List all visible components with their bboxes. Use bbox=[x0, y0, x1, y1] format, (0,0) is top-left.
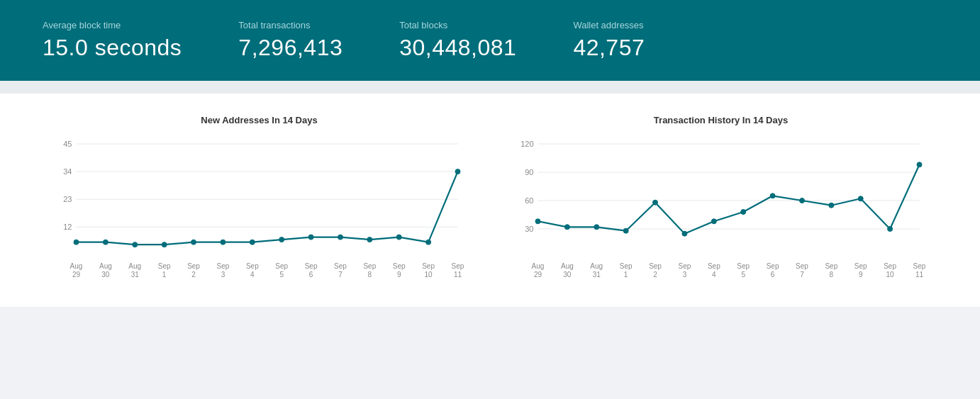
svg-point-42 bbox=[250, 240, 255, 245]
svg-text:Sep: Sep bbox=[305, 262, 318, 270]
svg-text:11: 11 bbox=[454, 271, 462, 279]
svg-point-97 bbox=[858, 196, 863, 201]
svg-text:Sep: Sep bbox=[187, 262, 200, 270]
svg-text:31: 31 bbox=[131, 271, 140, 279]
svg-text:Sep: Sep bbox=[708, 262, 720, 270]
wallets-label: Wallet addresses bbox=[573, 20, 645, 30]
stat-blocks: Total blocks 30,448,081 bbox=[399, 20, 516, 61]
svg-point-38 bbox=[133, 242, 138, 247]
addresses-chart-svg: 45342312Aug29Aug30Aug31Sep1Sep2Sep3Sep4S… bbox=[43, 137, 476, 293]
svg-point-87 bbox=[564, 225, 569, 230]
stat-transactions: Total transactions 7,296,413 bbox=[238, 20, 343, 61]
svg-text:Sep: Sep bbox=[854, 262, 867, 270]
svg-text:3: 3 bbox=[221, 271, 225, 279]
svg-text:12: 12 bbox=[63, 223, 72, 231]
svg-point-92 bbox=[711, 219, 716, 224]
blocks-label: Total blocks bbox=[399, 20, 516, 30]
svg-point-48 bbox=[426, 240, 431, 245]
svg-text:4: 4 bbox=[250, 271, 255, 279]
stats-bar: Average block time 15.0 seconds Total tr… bbox=[0, 0, 980, 81]
svg-text:8: 8 bbox=[830, 271, 834, 279]
svg-text:Aug: Aug bbox=[70, 262, 83, 270]
svg-text:Aug: Aug bbox=[99, 262, 112, 270]
svg-text:Aug: Aug bbox=[561, 262, 574, 270]
svg-point-43 bbox=[279, 237, 284, 242]
svg-point-98 bbox=[888, 227, 893, 232]
svg-text:Sep: Sep bbox=[913, 262, 926, 270]
svg-text:Sep: Sep bbox=[393, 262, 406, 270]
svg-point-36 bbox=[74, 240, 79, 245]
blocks-value: 30,448,081 bbox=[399, 35, 516, 61]
svg-text:Sep: Sep bbox=[217, 262, 230, 270]
svg-point-39 bbox=[162, 242, 167, 247]
svg-text:Aug: Aug bbox=[590, 262, 603, 270]
svg-point-46 bbox=[367, 237, 372, 242]
wallets-value: 42,757 bbox=[573, 35, 645, 61]
svg-text:9: 9 bbox=[397, 271, 401, 279]
svg-text:8: 8 bbox=[368, 271, 372, 279]
svg-text:Sep: Sep bbox=[246, 262, 259, 270]
svg-text:3: 3 bbox=[683, 271, 687, 279]
divider bbox=[0, 81, 980, 94]
transactions-chart-area: 120906030Aug29Aug30Aug31Sep1Sep2Sep3Sep4… bbox=[504, 137, 937, 293]
svg-text:Sep: Sep bbox=[679, 262, 691, 270]
svg-text:7: 7 bbox=[338, 271, 343, 279]
svg-point-49 bbox=[455, 169, 460, 174]
svg-text:10: 10 bbox=[886, 271, 895, 279]
svg-text:1: 1 bbox=[624, 271, 628, 279]
svg-point-90 bbox=[653, 200, 658, 205]
svg-point-96 bbox=[829, 203, 834, 208]
svg-point-91 bbox=[682, 231, 687, 236]
svg-text:Sep: Sep bbox=[796, 262, 808, 270]
charts-container: New Addresses In 14 Days 45342312Aug29Au… bbox=[0, 94, 980, 307]
svg-text:31: 31 bbox=[593, 271, 601, 279]
svg-text:5: 5 bbox=[741, 271, 745, 279]
svg-text:7: 7 bbox=[800, 271, 804, 279]
svg-text:9: 9 bbox=[859, 271, 863, 279]
svg-text:10: 10 bbox=[425, 271, 433, 279]
block-time-value: 15.0 seconds bbox=[43, 35, 182, 61]
svg-point-44 bbox=[308, 235, 313, 240]
svg-text:45: 45 bbox=[63, 140, 72, 148]
svg-point-41 bbox=[221, 240, 225, 245]
svg-point-89 bbox=[623, 228, 628, 233]
svg-text:2: 2 bbox=[653, 271, 657, 279]
transactions-chart-svg: 120906030Aug29Aug30Aug31Sep1Sep2Sep3Sep4… bbox=[504, 137, 937, 293]
addresses-chart-title: New Addresses In 14 Days bbox=[43, 115, 476, 125]
svg-text:Sep: Sep bbox=[422, 262, 435, 270]
svg-text:Sep: Sep bbox=[649, 262, 662, 270]
svg-point-86 bbox=[535, 219, 540, 224]
transactions-label: Total transactions bbox=[238, 20, 343, 30]
svg-text:Aug: Aug bbox=[532, 262, 545, 270]
transactions-value: 7,296,413 bbox=[238, 35, 343, 61]
svg-text:120: 120 bbox=[520, 140, 533, 148]
svg-text:2: 2 bbox=[191, 271, 196, 279]
svg-text:30: 30 bbox=[101, 271, 110, 279]
svg-text:90: 90 bbox=[525, 168, 533, 176]
svg-point-93 bbox=[741, 210, 746, 215]
svg-text:23: 23 bbox=[63, 195, 72, 203]
svg-text:29: 29 bbox=[534, 271, 542, 279]
svg-text:Sep: Sep bbox=[767, 262, 779, 270]
svg-text:Sep: Sep bbox=[452, 262, 464, 270]
svg-text:4: 4 bbox=[712, 271, 716, 279]
svg-text:5: 5 bbox=[279, 271, 284, 279]
svg-point-94 bbox=[770, 193, 775, 198]
svg-text:Aug: Aug bbox=[128, 262, 141, 270]
addresses-chart-wrapper: New Addresses In 14 Days 45342312Aug29Au… bbox=[28, 115, 490, 293]
svg-point-45 bbox=[338, 235, 343, 240]
svg-text:34: 34 bbox=[63, 167, 72, 176]
svg-text:Sep: Sep bbox=[620, 262, 633, 270]
svg-text:29: 29 bbox=[72, 271, 81, 279]
svg-text:1: 1 bbox=[162, 271, 167, 279]
svg-point-40 bbox=[191, 240, 196, 245]
stat-wallets: Wallet addresses 42,757 bbox=[573, 20, 645, 61]
svg-text:11: 11 bbox=[915, 271, 924, 279]
svg-text:60: 60 bbox=[525, 196, 533, 205]
svg-point-99 bbox=[917, 162, 922, 167]
svg-text:Sep: Sep bbox=[334, 262, 347, 270]
transactions-chart-title: Transaction History In 14 Days bbox=[504, 115, 937, 125]
svg-text:Sep: Sep bbox=[884, 262, 896, 270]
svg-text:30: 30 bbox=[563, 271, 572, 279]
svg-text:6: 6 bbox=[309, 271, 313, 279]
